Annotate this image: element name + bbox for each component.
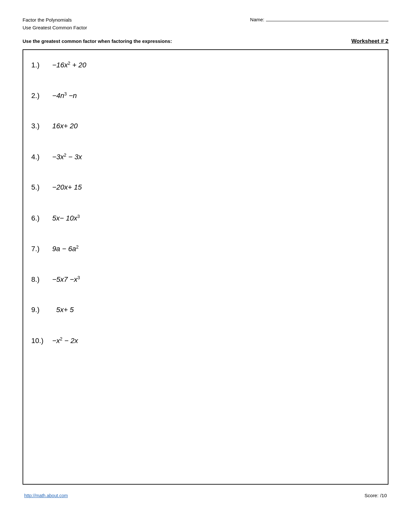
instruction-row: Use the greatest common factor when fact… xyxy=(23,38,388,44)
problem-item: 2.)−4n3 −n xyxy=(31,85,380,116)
header-left: Factor the Polynomials Use Greatest Comm… xyxy=(23,16,87,32)
problem-expression: −5x7 −x3 xyxy=(52,275,80,284)
problem-item: 3.)16x+ 20 xyxy=(31,116,380,147)
score-value: /10 xyxy=(380,493,387,498)
problem-expression: 9a − 6a2 xyxy=(52,244,79,253)
problem-number: 4.) xyxy=(31,153,52,161)
problem-expression: −x2 − 2x xyxy=(52,336,78,345)
problem-number: 10.) xyxy=(31,337,52,345)
problem-expression: −20x+ 15 xyxy=(52,183,82,192)
problem-number: 1.) xyxy=(31,61,52,69)
footer: http://math.about.com Score: /10 xyxy=(23,493,388,498)
title-line1: Factor the Polynomials xyxy=(23,16,87,24)
problem-number: 8.) xyxy=(31,275,52,284)
name-label: Name: xyxy=(250,17,264,22)
problem-expression: −16x2 + 20 xyxy=(52,61,86,69)
header-section: Factor the Polynomials Use Greatest Comm… xyxy=(23,16,388,32)
score-label: Score: xyxy=(365,493,378,498)
problem-number: 5.) xyxy=(31,183,52,192)
problem-number: 2.) xyxy=(31,92,52,100)
problems-container: 1.)−16x2 + 202.)−4n3 −n3.)16x+ 204.)−3x2… xyxy=(31,55,380,361)
problem-expression: 16x+ 20 xyxy=(52,122,78,130)
problem-expression: −4n3 −n xyxy=(52,91,77,100)
problems-box: 1.)−16x2 + 202.)−4n3 −n3.)16x+ 204.)−3x2… xyxy=(23,49,388,485)
score-section: Score: /10 xyxy=(365,493,387,498)
problem-item: 7.)9a − 6a2 xyxy=(31,239,380,269)
problem-item: 8.)−5x7 −x3 xyxy=(31,269,380,300)
header-right: Name: xyxy=(250,16,388,22)
instruction-text: Use the greatest common factor when fact… xyxy=(23,38,172,44)
problem-item: 1.)−16x2 + 20 xyxy=(31,55,380,85)
problem-number: 3.) xyxy=(31,122,52,130)
problem-item: 10.)−x2 − 2x xyxy=(31,330,380,361)
name-underline-field xyxy=(266,16,388,21)
problem-number: 7.) xyxy=(31,245,52,253)
problem-number: 6.) xyxy=(31,214,52,222)
footer-link[interactable]: http://math.about.com xyxy=(24,493,68,498)
problem-number: 9.) xyxy=(31,306,52,314)
problem-item: 9.) 5x+ 5 xyxy=(31,300,380,330)
worksheet-title: Worksheet # 2 xyxy=(351,38,388,44)
problem-expression: 5x− 10x3 xyxy=(52,214,80,222)
problem-item: 6.)5x− 10x3 xyxy=(31,208,380,239)
problem-item: 4.)−3x2 − 3x xyxy=(31,147,380,177)
problem-expression: 5x+ 5 xyxy=(52,306,74,314)
title-line2: Use Greatest Common Factor xyxy=(23,24,87,32)
problem-item: 5.)−20x+ 15 xyxy=(31,177,380,208)
problem-expression: −3x2 − 3x xyxy=(52,153,82,161)
name-line: Name: xyxy=(250,16,388,22)
